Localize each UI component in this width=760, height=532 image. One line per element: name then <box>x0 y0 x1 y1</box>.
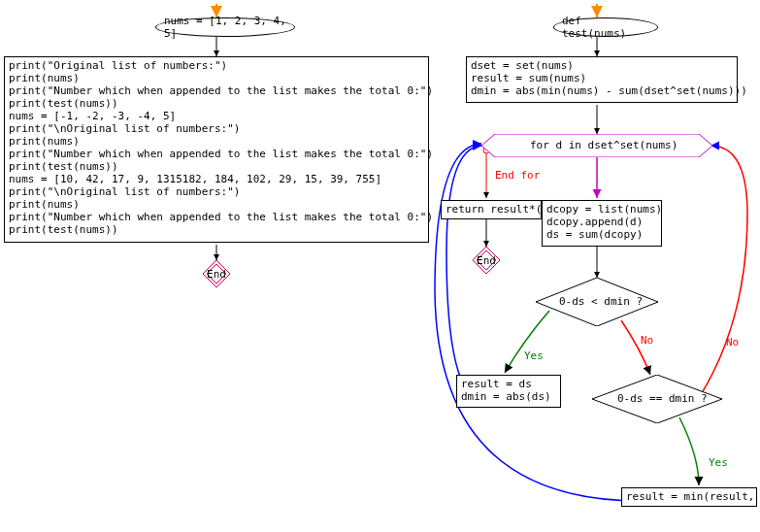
start-text-left: nums = [1, 2, 3, 4, 5] <box>164 15 286 40</box>
cond1-text: 0-ds < dmin ? <box>559 295 643 308</box>
cond2-yes: Yes <box>709 456 728 469</box>
start-ellipse-left: nums = [1, 2, 3, 4, 5] <box>155 17 295 37</box>
copy-text: dcopy = list(nums) dcopy.append(d) ds = … <box>546 203 662 241</box>
end-text-left: End <box>207 268 226 281</box>
cond2-no: No <box>726 336 739 349</box>
cond1-no: No <box>641 334 653 347</box>
endfor-label: End for <box>495 169 540 182</box>
func-text: def test(nums) <box>562 15 649 40</box>
loop-text: for d in dset^set(nums) <box>530 139 677 151</box>
return-block: return result*(-1) <box>441 200 542 219</box>
cond2-text: 0-ds == dmin ? <box>617 392 708 405</box>
setresult-text: result = ds dmin = abs(ds) <box>461 378 551 403</box>
func-ellipse: def test(nums) <box>553 17 658 37</box>
minresult-text: result = min(result, ds) <box>626 490 760 503</box>
minresult-block: result = min(result, ds) <box>621 487 757 507</box>
init-text: dset = set(nums) result = sum(nums) dmin… <box>471 59 747 97</box>
end-diamond-left: End <box>203 260 230 287</box>
cond1-yes: Yes <box>524 349 544 362</box>
init-block: dset = set(nums) result = sum(nums) dmin… <box>466 56 738 103</box>
copy-block: dcopy = list(nums) dcopy.append(d) ds = … <box>542 200 662 247</box>
setresult-block: result = ds dmin = abs(ds) <box>456 375 561 408</box>
loop-hexagon: for d in dset^set(nums) <box>481 134 712 157</box>
diamond-cond1: 0-ds < dmin ? <box>536 278 658 326</box>
end-diamond-right: End <box>473 247 500 274</box>
left-body-text: print("Original list of numbers:") print… <box>9 59 433 236</box>
left-body-block: print("Original list of numbers:") print… <box>4 56 429 243</box>
diamond-cond2: 0-ds == dmin ? <box>592 375 722 423</box>
end-text-right: End <box>477 254 496 267</box>
